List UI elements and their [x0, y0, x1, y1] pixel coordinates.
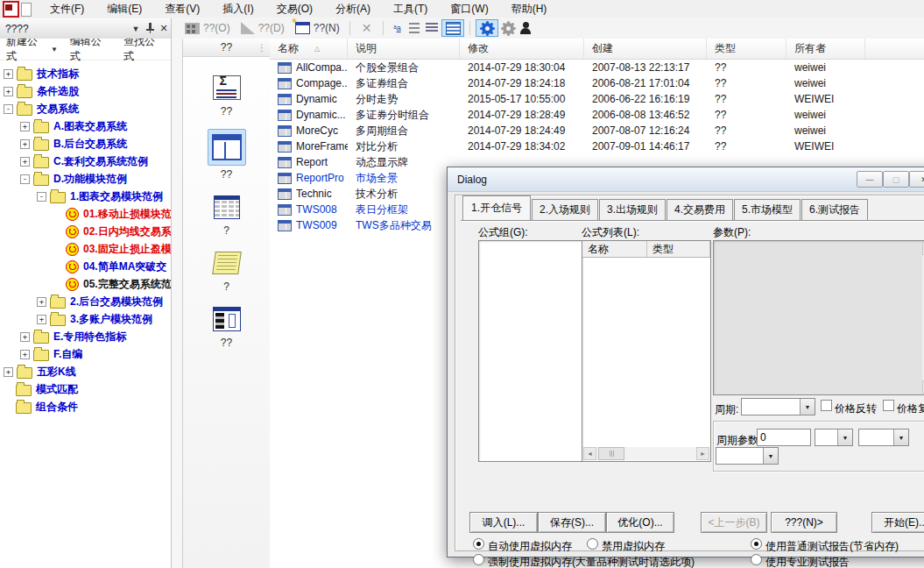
open-formula-button[interactable]: ??(O) [180, 20, 235, 36]
tree-item[interactable]: 01.移动止损模块范 [0, 205, 171, 223]
tree-item[interactable]: +E.专用特色指标 [0, 328, 171, 345]
column-header-4[interactable]: 类型 [707, 39, 786, 59]
price-adjust-checkbox[interactable] [883, 400, 894, 411]
memory-radio-2[interactable] [473, 554, 484, 565]
horizontal-scrollbar[interactable]: ◄ ► [583, 447, 709, 460]
expand-plus-icon[interactable]: + [20, 139, 30, 149]
tree-item[interactable]: +五彩K线 [0, 363, 171, 380]
expand-plus-icon[interactable]: + [20, 350, 30, 359]
tree-item[interactable]: -1.图表交易模块范例 [0, 188, 171, 205]
tree-item[interactable]: -D.功能模块范例 [0, 170, 171, 188]
menu-item[interactable]: 插入(I) [211, 0, 265, 18]
dialog-close-button[interactable]: ✕ [909, 171, 924, 188]
next-button[interactable]: ???(N)> [771, 512, 837, 533]
menu-item[interactable]: 窗口(W) [439, 0, 499, 18]
pin-icon[interactable] [143, 23, 157, 34]
collapse-minus-icon[interactable]: - [20, 174, 30, 184]
table-row[interactable]: Compage...多证券组合2014-07-29 18:24:182006-0… [270, 75, 924, 91]
tree-item[interactable]: +3.多账户模块范例 [0, 310, 171, 328]
column-header-1[interactable]: 说明 [348, 39, 460, 59]
panel-splitter[interactable] [172, 39, 183, 568]
tree-item[interactable]: +B.后台交易系统 [0, 135, 171, 153]
report-radio-0[interactable] [751, 538, 762, 550]
view-mode-item[interactable]: ? [211, 192, 243, 237]
column-header-5[interactable]: 所有者 [786, 39, 865, 59]
formula-panel-tab[interactable]: 新建公式▼ [0, 39, 64, 67]
period-param-input[interactable] [757, 429, 811, 446]
tree-item[interactable]: -交易系统 [0, 100, 171, 117]
menu-item[interactable]: 帮助(H) [500, 0, 559, 18]
menu-item[interactable]: 工具(T) [382, 0, 439, 18]
tree-item[interactable]: +2.后台交易模块范例 [0, 293, 171, 310]
view-mode-item[interactable]: ?? [211, 304, 243, 349]
start-button[interactable]: 开始(E)... [871, 512, 924, 533]
table-row[interactable]: MoreFrame对比分析2014-07-29 18:34:022007-09-… [270, 138, 924, 154]
tree-item[interactable]: 02.日内均线交易系 [0, 223, 171, 240]
delete-button[interactable]: ✕ [356, 20, 378, 36]
column-header-2[interactable]: 修改 [460, 39, 584, 59]
detail-tree-button[interactable] [424, 21, 440, 35]
table-row[interactable]: Dynamic分时走势2015-05-17 10:55:002006-06-22… [270, 91, 924, 107]
minimize-button[interactable]: — [857, 171, 883, 188]
param-combobox-2[interactable]: ▼ [858, 429, 909, 446]
list-view-button[interactable] [441, 19, 464, 37]
dialog-tab-2[interactable]: 2.入场规则 [532, 199, 598, 220]
tree-view-button[interactable] [406, 21, 422, 35]
dialog-tab-4[interactable]: 4.交易费用 [667, 199, 733, 220]
draw-tool-button[interactable]: ??(D) [236, 20, 289, 36]
price-reverse-checkbox[interactable] [821, 400, 832, 411]
formula-panel-tab[interactable]: 查找公式 [117, 39, 171, 67]
dialog-tab-6[interactable]: 6.测试报告 [801, 199, 868, 220]
expand-plus-icon[interactable]: + [20, 157, 30, 167]
expand-plus-icon[interactable]: + [20, 122, 30, 131]
new-window-button[interactable]: ??(N) [291, 20, 344, 36]
back-button[interactable]: <上一步(B) [701, 512, 767, 533]
dialog-tab-3[interactable]: 3.出场规则 [599, 199, 666, 220]
tree-item[interactable]: 05.完整交易系统范 [0, 275, 171, 293]
formula-list-column[interactable]: 名称 [582, 241, 647, 257]
optimize-button[interactable]: 优化(O)... [606, 512, 674, 533]
view-mode-item[interactable]: ?? [208, 129, 246, 181]
expand-plus-icon[interactable]: + [37, 297, 46, 307]
tree-item[interactable]: +C.套利交易系统范例 [0, 153, 171, 170]
tree-item[interactable]: +A.图表交易系统 [0, 117, 171, 135]
dialog-tab-1[interactable]: 1.开仓信号 [462, 195, 531, 220]
font-size-button[interactable]: ᵃa [389, 21, 405, 35]
dialog-tab-5[interactable]: 5.市场模型 [734, 199, 801, 220]
user-button[interactable] [518, 21, 533, 35]
scroll-left-icon[interactable]: ◄ [583, 447, 596, 460]
settings-active-button[interactable] [476, 19, 498, 37]
close-pane-icon[interactable]: ✕ [157, 23, 171, 34]
report-radio-1[interactable] [751, 554, 762, 565]
formula-list-column[interactable]: 类型 [647, 241, 710, 257]
memory-radio-0[interactable] [473, 538, 484, 550]
tree-item[interactable]: 组合条件 [0, 398, 171, 415]
view-mode-item[interactable]: ?? [211, 73, 243, 117]
settings-button[interactable] [500, 21, 516, 35]
tree-item[interactable]: +技术指标 [0, 65, 171, 82]
menu-item[interactable]: 查看(V) [153, 0, 211, 18]
param-combobox-3[interactable]: ▼ [716, 447, 779, 465]
table-row[interactable]: AllCompa...个股全景组合2014-07-29 18:30:042007… [270, 60, 924, 75]
tree-item[interactable]: 03.固定止损止盈模 [0, 240, 171, 258]
expand-plus-icon[interactable]: + [37, 315, 46, 324]
period-combobox[interactable]: ▼ [741, 398, 815, 415]
expand-plus-icon[interactable]: + [4, 87, 13, 96]
formula-listbox[interactable]: 名称类型 ◄ ► [582, 240, 711, 462]
formula-panel-tab[interactable]: 编辑公式 [64, 39, 117, 67]
expand-plus-icon[interactable]: + [4, 367, 13, 377]
tree-item[interactable]: 模式匹配 [0, 380, 171, 398]
load-button[interactable]: 调入(L)... [469, 512, 538, 533]
tree-item[interactable]: 04.简单MA突破交 [0, 258, 171, 275]
table-row[interactable]: Dynamic...多证券分时组合2014-07-29 18:28:492006… [270, 107, 924, 123]
dialog-title-bar[interactable]: Dialog [448, 167, 924, 192]
overflow-icon[interactable]: ⋮ [257, 43, 270, 53]
tree-item[interactable]: +F.自编 [0, 345, 171, 363]
memory-radio-1[interactable] [587, 538, 598, 550]
scroll-right-icon[interactable]: ► [696, 447, 709, 460]
formula-group-listbox[interactable] [478, 240, 583, 462]
maximize-button[interactable]: ▢ [883, 171, 909, 188]
expand-plus-icon[interactable]: + [4, 69, 13, 79]
menu-item[interactable]: 分析(A) [324, 0, 382, 18]
collapse-minus-icon[interactable]: - [4, 104, 13, 114]
